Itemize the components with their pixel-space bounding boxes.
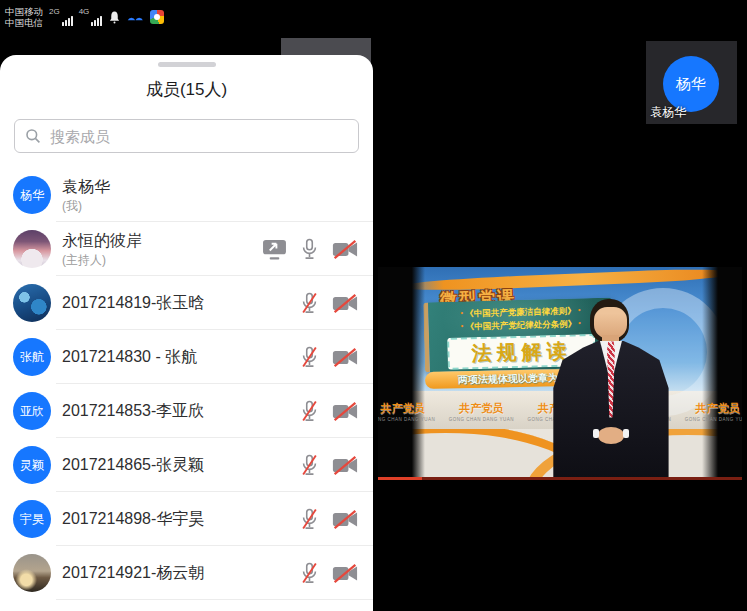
video-progress-bar[interactable] xyxy=(378,477,742,480)
member-list: 杨华 袁杨华 (我) 永恒的彼岸 (主持人) xyxy=(0,168,373,600)
member-row[interactable]: 2017214921-杨云朝 xyxy=(0,546,373,600)
camera-off-icon[interactable] xyxy=(332,240,358,259)
network-badge-2: 4G xyxy=(79,8,90,16)
status-left-cluster: 中国移动 中国电信 2G 4G xyxy=(5,0,164,33)
carrier-line1: 中国移动 xyxy=(5,6,43,17)
mic-on-icon[interactable] xyxy=(300,237,319,261)
member-row[interactable]: 2017214819-张玉晗 xyxy=(0,276,373,330)
mic-muted-icon[interactable] xyxy=(300,453,319,477)
mic-muted-icon[interactable] xyxy=(300,507,319,531)
member-name: 2017214853-李亚欣 xyxy=(62,401,204,421)
signal-bars-icon: 2G xyxy=(49,8,73,26)
search-icon xyxy=(25,128,41,144)
member-name: 2017214921-杨云朝 xyxy=(62,563,204,583)
member-row[interactable]: 亚欣 2017214853-李亚欣 xyxy=(0,384,373,438)
member-row[interactable]: 张航 2017214830 - 张航 xyxy=(0,330,373,384)
member-name: 袁杨华 xyxy=(62,177,110,197)
avatar xyxy=(13,554,51,592)
camera-app-icon xyxy=(150,10,164,24)
stage-shadow-left xyxy=(378,267,425,480)
members-sheet: 成员(15人) 杨华 袁杨华 (我) 永恒的彼岸 xyxy=(0,55,373,611)
mic-muted-icon[interactable] xyxy=(300,399,319,423)
bell-icon xyxy=(108,10,121,24)
search-input[interactable] xyxy=(48,127,348,146)
avatar xyxy=(13,284,51,322)
stage-shadow-right xyxy=(702,267,742,480)
avatar: 灵颖 xyxy=(13,446,51,484)
news-anchor xyxy=(545,299,676,480)
camera-off-icon[interactable] xyxy=(332,348,358,367)
self-name-label: 袁杨华 xyxy=(650,104,686,121)
chat-arcs-icon xyxy=(127,11,144,22)
network-badge-1: 2G xyxy=(49,8,60,16)
member-row-self[interactable]: 杨华 袁杨华 (我) xyxy=(0,168,373,222)
app-screen: 中国移动 中国电信 2G 4G xyxy=(0,0,747,611)
member-name: 2017214819-张玉晗 xyxy=(62,293,204,313)
camera-off-icon[interactable] xyxy=(332,564,358,583)
member-subtitle: (我) xyxy=(62,199,110,213)
member-search-box[interactable] xyxy=(14,119,359,153)
video-stage[interactable]: 杨华 袁杨华 微型党课 《中国共产党廉洁自律准则》 《中国共产党纪律处分条例》 … xyxy=(374,0,747,611)
avatar xyxy=(13,230,51,268)
member-row[interactable]: 灵颖 2017214865-张灵颖 xyxy=(0,438,373,492)
member-name: 永恒的彼岸 xyxy=(62,231,142,251)
avatar: 杨华 xyxy=(13,176,51,214)
mic-muted-icon[interactable] xyxy=(300,345,319,369)
avatar: 亚欣 xyxy=(13,392,51,430)
avatar: 宇昊 xyxy=(13,500,51,538)
signal-bars-icon-2: 4G xyxy=(79,8,103,26)
self-video-tile[interactable]: 杨华 袁杨华 xyxy=(646,41,737,124)
member-subtitle: (主持人) xyxy=(62,253,142,267)
member-name: 2017214898-华宇昊 xyxy=(62,509,204,529)
member-row[interactable]: 宇昊 2017214898-华宇昊 xyxy=(0,492,373,546)
camera-off-icon[interactable] xyxy=(332,510,358,529)
camera-off-icon[interactable] xyxy=(332,402,358,421)
mic-muted-icon[interactable] xyxy=(300,561,319,585)
camera-off-icon[interactable] xyxy=(332,456,358,475)
avatar: 张航 xyxy=(13,338,51,376)
carrier-line2: 中国电信 xyxy=(5,17,43,28)
shared-broadcast-video[interactable]: 微型党课 《中国共产党廉洁自律准则》 《中国共产党纪律处分条例》 法规解读 两项… xyxy=(378,267,742,480)
member-row-host[interactable]: 永恒的彼岸 (主持人) xyxy=(0,222,373,276)
member-name: 2017214830 - 张航 xyxy=(62,347,197,367)
member-name: 2017214865-张灵颖 xyxy=(62,455,204,475)
screen-share-icon[interactable] xyxy=(262,239,287,260)
sheet-drag-handle[interactable] xyxy=(158,62,216,67)
mic-muted-icon[interactable] xyxy=(300,291,319,315)
members-title: 成员(15人) xyxy=(0,78,373,101)
camera-off-icon[interactable] xyxy=(332,294,358,313)
carrier-labels: 中国移动 中国电信 xyxy=(5,6,43,28)
